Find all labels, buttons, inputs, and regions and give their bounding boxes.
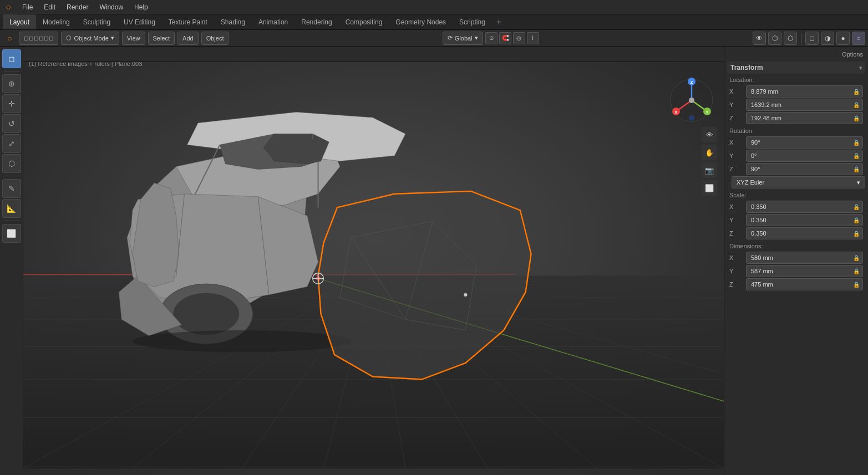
- menu-edit[interactable]: Edit: [38, 0, 61, 14]
- scale-z-input[interactable]: 0.350 🔒: [746, 227, 863, 239]
- dim-x-lock[interactable]: 🔒: [853, 255, 860, 261]
- object-mode-icon: ⬡: [66, 34, 72, 42]
- dim-y-input[interactable]: 587 mm 🔒: [746, 265, 863, 277]
- tool-measure[interactable]: 📐: [2, 199, 21, 218]
- rot-x-label: X: [729, 139, 746, 146]
- loc-x-lock[interactable]: 🔒: [853, 89, 860, 95]
- object-mode-arrow: ▾: [111, 34, 114, 42]
- select-menu[interactable]: Select: [148, 32, 175, 45]
- tab-modeling[interactable]: Modeling: [36, 14, 77, 29]
- tool-transform[interactable]: ⬡: [2, 154, 21, 173]
- eye-icon-btn[interactable]: 👁: [702, 127, 717, 142]
- scale-x-lock[interactable]: 🔒: [853, 204, 860, 210]
- shading-render-btn[interactable]: ○: [852, 32, 865, 45]
- proportional-editing-btn[interactable]: ◎: [513, 32, 525, 44]
- main-layout: ◻ ⊕ ✛ ↺ ⤢ ⬡ ✎ 📐 ⬜: [0, 47, 868, 475]
- dim-x-label: X: [729, 254, 746, 261]
- rot-x-value: 90°: [751, 139, 760, 146]
- tab-compositing[interactable]: Compositing: [339, 14, 389, 29]
- scale-z-row: Z 0.350 🔒: [727, 227, 865, 239]
- proportional-falloff-btn[interactable]: ⌇: [527, 32, 539, 44]
- dim-y-lock[interactable]: 🔒: [853, 268, 860, 274]
- svg-marker-24: [263, 134, 329, 164]
- menu-window[interactable]: Window: [94, 0, 129, 14]
- shading-wireframe-btn[interactable]: ◻: [805, 32, 819, 45]
- pivot-point-btn[interactable]: ⊙: [485, 32, 498, 44]
- tool-move[interactable]: ✛: [2, 94, 21, 113]
- dim-y-row: Y 587 mm 🔒: [727, 265, 865, 277]
- options-label[interactable]: Options: [842, 51, 863, 58]
- add-menu[interactable]: Add: [177, 32, 199, 45]
- shading-material-btn[interactable]: ●: [836, 32, 850, 45]
- menu-file[interactable]: File: [17, 0, 38, 14]
- perspective-ortho-btn[interactable]: ⬜: [702, 180, 717, 196]
- rot-x-lock[interactable]: 🔒: [853, 140, 860, 146]
- rotation-mode-dropdown[interactable]: XYZ Euler ▾: [732, 176, 865, 188]
- dim-z-input[interactable]: 475 mm 🔒: [746, 278, 863, 290]
- properties-panel: Options Transform ▾ Location: X 8.879 mm…: [724, 47, 868, 475]
- view-menu[interactable]: View: [122, 32, 145, 45]
- dim-z-row: Z 475 mm 🔒: [727, 278, 865, 290]
- editor-type-btn[interactable]: ⬡: [768, 32, 781, 45]
- shading-solid-btn[interactable]: ◑: [821, 32, 834, 45]
- rot-z-lock[interactable]: 🔒: [853, 166, 860, 172]
- dim-x-input[interactable]: 580 mm 🔒: [746, 252, 863, 264]
- rot-y-input[interactable]: 0° 🔒: [746, 150, 863, 162]
- viewport-display-btn[interactable]: 👁: [753, 32, 766, 45]
- tool-select[interactable]: ◻: [2, 49, 21, 68]
- tool-scale[interactable]: ⤢: [2, 134, 21, 153]
- app-logo[interactable]: ○: [0, 0, 17, 14]
- tab-scripting[interactable]: Scripting: [453, 14, 492, 29]
- global-arrow: ▾: [475, 34, 478, 42]
- object-menu[interactable]: Object: [201, 32, 229, 45]
- tab-add-button[interactable]: +: [492, 14, 506, 29]
- transform-section-header[interactable]: Transform ▾: [727, 62, 865, 74]
- transform-orientations-btn[interactable]: ⟳ Global ▾: [443, 32, 483, 45]
- tab-uv-editing[interactable]: UV Editing: [117, 14, 162, 29]
- tab-layout[interactable]: Layout: [3, 14, 36, 29]
- rot-x-input[interactable]: 90° 🔒: [746, 136, 863, 149]
- header-toolbar: ○ ◻ ◻ ◻ ◻ ◻ ◻ ⬡ Object Mode ▾ View Selec…: [0, 30, 868, 47]
- scale-z-lock[interactable]: 🔒: [853, 231, 860, 237]
- viewport-overlay-header: [23, 47, 724, 62]
- tab-shading[interactable]: Shading: [214, 14, 252, 29]
- tool-cursor[interactable]: ⊕: [2, 74, 21, 93]
- scale-x-label: X: [729, 203, 746, 210]
- select-mode-icons[interactable]: ◻ ◻ ◻ ◻ ◻ ◻: [19, 32, 58, 45]
- tab-texture-paint[interactable]: Texture Paint: [162, 14, 214, 29]
- loc-y-lock[interactable]: 🔒: [853, 102, 860, 108]
- tab-sculpting[interactable]: Sculpting: [77, 14, 117, 29]
- loc-y-input[interactable]: 1639.2 mm 🔒: [746, 99, 863, 111]
- object-mode-dropdown[interactable]: ⬡ Object Mode ▾: [61, 32, 119, 45]
- hand-icon-btn[interactable]: ✋: [702, 145, 717, 160]
- viewport[interactable]: User Perspective (1) Reference images + …: [23, 47, 724, 475]
- loc-z-lock[interactable]: 🔒: [853, 115, 860, 121]
- scale-y-lock[interactable]: 🔒: [853, 217, 860, 223]
- camera-view-btn[interactable]: 📷: [702, 162, 717, 178]
- rotation-z-row: Z 90° 🔒: [727, 163, 865, 175]
- rot-y-value: 0°: [751, 152, 757, 159]
- tool-rotate[interactable]: ↺: [2, 114, 21, 133]
- dim-y-label: Y: [729, 268, 746, 274]
- dim-z-label: Z: [729, 281, 746, 288]
- menu-render[interactable]: Render: [61, 0, 94, 14]
- scale-x-input[interactable]: 0.350 🔒: [746, 201, 863, 213]
- scale-z-label: Z: [729, 230, 746, 237]
- loc-x-input[interactable]: 8.879 mm 🔒: [746, 85, 863, 98]
- svg-point-30: [174, 293, 239, 335]
- snap-btn[interactable]: 🧲: [499, 32, 511, 44]
- collapse-icon: ▾: [859, 65, 862, 71]
- scale-y-input[interactable]: 0.350 🔒: [746, 214, 863, 226]
- tool-annotate[interactable]: ✎: [2, 179, 21, 198]
- dim-z-lock[interactable]: 🔒: [853, 282, 860, 288]
- rot-y-lock[interactable]: 🔒: [853, 153, 860, 159]
- tool-add-cube[interactable]: ⬜: [2, 224, 21, 243]
- tab-animation[interactable]: Animation: [252, 14, 295, 29]
- menu-help[interactable]: Help: [129, 0, 154, 14]
- tab-geometry-nodes[interactable]: Geometry Nodes: [389, 14, 453, 29]
- viewport-overlays-btn[interactable]: ⬡: [784, 32, 797, 45]
- scale-y-row: Y 0.350 🔒: [727, 214, 865, 226]
- loc-z-input[interactable]: 192.48 mm 🔒: [746, 112, 863, 124]
- tab-rendering[interactable]: Rendering: [295, 14, 338, 29]
- rot-z-input[interactable]: 90° 🔒: [746, 163, 863, 175]
